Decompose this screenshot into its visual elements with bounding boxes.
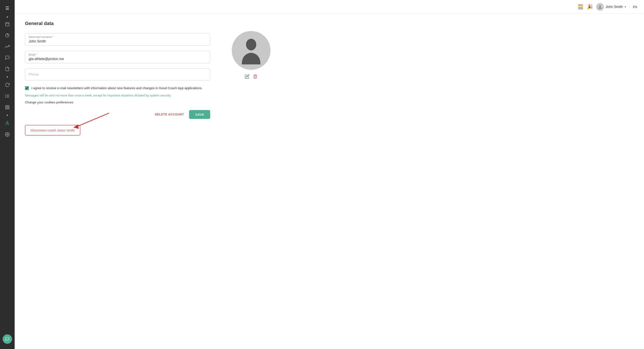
name-label: Name and surname * <box>29 36 206 38</box>
phone-field <box>25 68 210 80</box>
newsletter-label: I agree to receive e-mail newsletters wi… <box>32 86 202 91</box>
sidebar-item-stats[interactable] <box>2 30 12 40</box>
sidebar-item-settings[interactable] <box>2 130 12 139</box>
sidebar-item-grid[interactable] <box>2 102 12 112</box>
form-section: General data Name and surname * Email * <box>25 21 210 342</box>
sidebar-item-list[interactable] <box>2 91 12 101</box>
sidebar-item-trends[interactable] <box>2 42 12 51</box>
profile-section <box>228 21 275 342</box>
name-field: Name and surname * <box>25 33 210 46</box>
celebration-icon[interactable]: 🎉 <box>587 4 593 10</box>
sidebar: ☰ <box>0 0 15 349</box>
svg-rect-16 <box>8 108 9 109</box>
menu-icon[interactable]: ☰ <box>3 4 12 13</box>
delete-account-button[interactable]: DELETE ACCOUNT <box>155 113 184 116</box>
cookies-link[interactable]: Change your cookies preferences <box>25 100 210 104</box>
svg-rect-0 <box>6 22 9 26</box>
avatar-silhouette <box>239 36 263 64</box>
action-row: DELETE ACCOUNT SAVE <box>25 110 210 119</box>
header: 🧮 🎉 John Smith ▾ EN <box>15 0 644 14</box>
delete-avatar-button[interactable] <box>253 74 258 80</box>
svg-point-11 <box>6 96 6 96</box>
svg-point-18 <box>7 134 8 135</box>
section-title: General data <box>25 21 210 26</box>
chevron-down-icon: ▾ <box>624 6 626 8</box>
sidebar-dot-1 <box>7 16 8 18</box>
newsletter-checkbox-row: I agree to receive e-mail newsletters wi… <box>25 86 210 91</box>
sidebar-dot-2 <box>7 76 8 78</box>
email-field: Email * <box>25 51 210 63</box>
avatar-actions <box>245 74 258 80</box>
disconnect-area: Disconnect coach Jason Smith <box>25 125 80 136</box>
svg-rect-13 <box>6 106 7 107</box>
email-label: Email * <box>29 53 206 56</box>
header-avatar <box>596 3 604 11</box>
profile-avatar <box>232 31 270 70</box>
sidebar-dot-3 <box>7 114 8 116</box>
sidebar-item-calendar[interactable] <box>2 20 12 29</box>
save-button[interactable]: SAVE <box>189 110 210 119</box>
sidebar-item-profile[interactable] <box>2 118 12 128</box>
svg-point-10 <box>6 95 6 95</box>
svg-point-17 <box>6 122 8 123</box>
edit-avatar-button[interactable] <box>245 74 250 80</box>
email-field-group: Email * <box>25 51 210 63</box>
chat-button[interactable] <box>2 334 12 344</box>
newsletter-hint: Messages will be sent not more than once… <box>25 93 210 98</box>
language-selector[interactable]: EN <box>629 5 637 8</box>
sidebar-item-docs[interactable] <box>2 64 12 74</box>
newsletter-checkbox[interactable] <box>25 86 29 90</box>
user-menu[interactable]: John Smith ▾ <box>596 3 626 11</box>
svg-point-21 <box>246 39 256 50</box>
phone-field-group <box>25 68 210 80</box>
email-input[interactable] <box>29 57 206 61</box>
page-content: General data Name and surname * Email * <box>15 14 644 349</box>
svg-rect-15 <box>6 108 7 109</box>
sidebar-item-refresh[interactable] <box>2 80 12 90</box>
phone-input[interactable] <box>29 71 206 78</box>
name-input[interactable] <box>29 40 206 43</box>
svg-point-12 <box>6 97 6 98</box>
name-field-group: Name and surname * <box>25 33 210 46</box>
sidebar-item-messages[interactable] <box>2 53 12 62</box>
calculator-icon[interactable]: 🧮 <box>578 4 584 10</box>
disconnect-coach-button[interactable]: Disconnect coach Jason Smith <box>25 125 80 136</box>
header-username: John Smith <box>606 5 623 9</box>
main-content: 🧮 🎉 John Smith ▾ EN General data Name an… <box>15 0 644 349</box>
svg-rect-14 <box>8 106 9 107</box>
